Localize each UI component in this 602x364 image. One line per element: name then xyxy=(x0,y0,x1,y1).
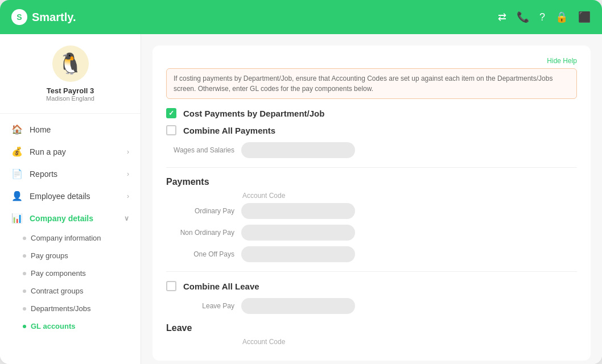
one-off-pays-input[interactable] xyxy=(241,246,355,262)
sub-nav-contract-groups-label: Contract groups xyxy=(31,287,84,295)
app-title: Smartly. xyxy=(32,11,76,24)
nav-section: 🏠 Home 💰 Run a pay › 📄 Reports › 👤 Emplo… xyxy=(0,114,141,340)
company-icon: 📊 xyxy=(11,213,23,224)
chevron-right-icon: › xyxy=(127,192,129,200)
phone-icon[interactable]: 📞 xyxy=(517,11,529,23)
home-icon: 🏠 xyxy=(11,124,23,135)
avatar-image: 🐧 xyxy=(57,52,83,76)
combine-payments-checkbox[interactable] xyxy=(166,125,176,135)
sub-nav-pay-components-label: Pay components xyxy=(31,269,86,278)
account-code-header: Account Code xyxy=(242,192,577,200)
payments-section-title: Payments xyxy=(166,177,577,187)
sidebar-item-employee-label: Employee details xyxy=(30,192,90,201)
sidebar-item-reports-label: Reports xyxy=(30,169,57,179)
one-off-pays-row: One Off Pays xyxy=(166,246,577,262)
sub-dot-gl-accounts xyxy=(23,325,26,328)
sub-nav-company-information[interactable]: Company information xyxy=(0,229,141,247)
leave-account-code-header: Account Code xyxy=(242,338,577,346)
content-area: Hide Help If costing payments by Departm… xyxy=(141,34,602,364)
ordinary-pay-input[interactable] xyxy=(241,203,355,219)
content-card: Hide Help If costing payments by Departm… xyxy=(152,46,591,361)
sidebar-item-employee-details[interactable]: 👤 Employee details › xyxy=(0,185,141,207)
run-a-pay-icon: 💰 xyxy=(11,146,23,157)
non-ordinary-pay-row: Non Ordinary Pay xyxy=(166,225,577,241)
chevron-down-icon: ∨ xyxy=(124,214,129,222)
sidebar-item-company-label: Company details xyxy=(30,214,93,223)
chevron-right-icon: › xyxy=(127,170,129,178)
leave-pay-label: Leave Pay xyxy=(166,302,234,310)
top-bar-left: S Smartly. xyxy=(11,9,76,25)
sub-dot-pay-components xyxy=(23,272,26,275)
employee-icon: 👤 xyxy=(11,191,23,201)
sub-dot-departments-jobs xyxy=(23,307,26,311)
one-off-pays-label: One Off Pays xyxy=(166,250,234,258)
combine-leave-checkbox[interactable] xyxy=(166,281,176,291)
user-subtitle: Madison England xyxy=(46,95,94,102)
company-sub-nav: Company information Pay groups Pay compo… xyxy=(0,229,141,335)
sidebar-item-home[interactable]: 🏠 Home xyxy=(0,118,141,140)
wages-input[interactable] xyxy=(241,142,355,158)
wages-field-row: Wages and Salaries xyxy=(166,142,577,158)
wages-label: Wages and Salaries xyxy=(166,146,234,154)
sidebar-item-company-details[interactable]: 📊 Company details ∨ xyxy=(0,207,141,229)
ordinary-pay-row: Ordinary Pay xyxy=(166,203,577,219)
combine-payments-row: Combine All Payments xyxy=(166,125,577,135)
cost-payments-row: ✓ Cost Payments by Department/Job xyxy=(166,108,577,118)
sub-nav-gl-accounts[interactable]: GL accounts xyxy=(0,317,141,335)
sub-nav-pay-components[interactable]: Pay components xyxy=(0,264,141,282)
checkmark-icon: ✓ xyxy=(168,109,174,117)
sub-nav-departments-jobs-label: Departments/Jobs xyxy=(31,304,91,313)
sub-nav-pay-groups[interactable]: Pay groups xyxy=(0,247,141,264)
sidebar-item-reports[interactable]: 📄 Reports › xyxy=(0,163,141,185)
cost-payments-label: Cost Payments by Department/Job xyxy=(183,109,324,118)
cost-payments-checkbox[interactable]: ✓ xyxy=(166,108,176,118)
sub-nav-pay-groups-label: Pay groups xyxy=(31,251,68,260)
non-ordinary-pay-input[interactable] xyxy=(241,225,355,241)
sub-dot-company-information xyxy=(23,237,26,240)
top-bar-right: ⇄ 📞 ? 🔒 ⬛ xyxy=(498,11,591,23)
sidebar-item-home-label: Home xyxy=(30,125,51,134)
sub-nav-gl-accounts-label: GL accounts xyxy=(31,322,76,330)
leave-pay-row: Leave Pay xyxy=(166,298,577,314)
avatar: 🐧 xyxy=(52,46,89,82)
leave-section-title: Leave xyxy=(166,323,577,333)
sub-nav-company-information-label: Company information xyxy=(31,234,101,242)
sub-dot-contract-groups xyxy=(23,289,26,293)
smartly-logo-icon: S xyxy=(11,9,27,25)
sidebar-item-run-a-pay-label: Run a pay xyxy=(30,147,66,156)
info-text: If costing payments by Department/Job, e… xyxy=(166,68,577,99)
combine-payments-label: Combine All Payments xyxy=(183,126,275,135)
logout-icon[interactable]: ⬛ xyxy=(578,11,591,23)
chevron-right-icon: › xyxy=(127,148,129,156)
help-bar: Hide Help xyxy=(166,57,577,65)
top-bar: S Smartly. ⇄ 📞 ? 🔒 ⬛ xyxy=(0,0,602,34)
sub-nav-contract-groups[interactable]: Contract groups xyxy=(0,282,141,300)
combine-leave-label: Combine All Leave xyxy=(183,282,259,291)
main-body: 🐧 Test Payroll 3 Madison England 🏠 Home … xyxy=(0,34,602,364)
ordinary-pay-label: Ordinary Pay xyxy=(166,207,234,215)
leave-pay-input[interactable] xyxy=(241,298,355,314)
user-name: Test Payroll 3 xyxy=(47,86,94,95)
non-ordinary-pay-label: Non Ordinary Pay xyxy=(166,229,234,237)
sub-nav-departments-jobs[interactable]: Departments/Jobs xyxy=(0,300,141,317)
sidebar: 🐧 Test Payroll 3 Madison England 🏠 Home … xyxy=(0,34,141,364)
transfer-icon[interactable]: ⇄ xyxy=(498,11,506,23)
combine-leave-row: Combine All Leave xyxy=(166,281,577,291)
hide-help-button[interactable]: Hide Help xyxy=(547,57,577,65)
lock-icon[interactable]: 🔒 xyxy=(555,11,568,23)
sub-dot-pay-groups xyxy=(23,254,26,258)
app-window: S Smartly. ⇄ 📞 ? 🔒 ⬛ 🐧 Test Payroll 3 Ma… xyxy=(0,0,602,364)
user-section: 🐧 Test Payroll 3 Madison England xyxy=(0,34,141,114)
sidebar-item-run-a-pay[interactable]: 💰 Run a pay › xyxy=(0,140,141,163)
help-icon[interactable]: ? xyxy=(539,11,545,23)
reports-icon: 📄 xyxy=(11,168,23,179)
